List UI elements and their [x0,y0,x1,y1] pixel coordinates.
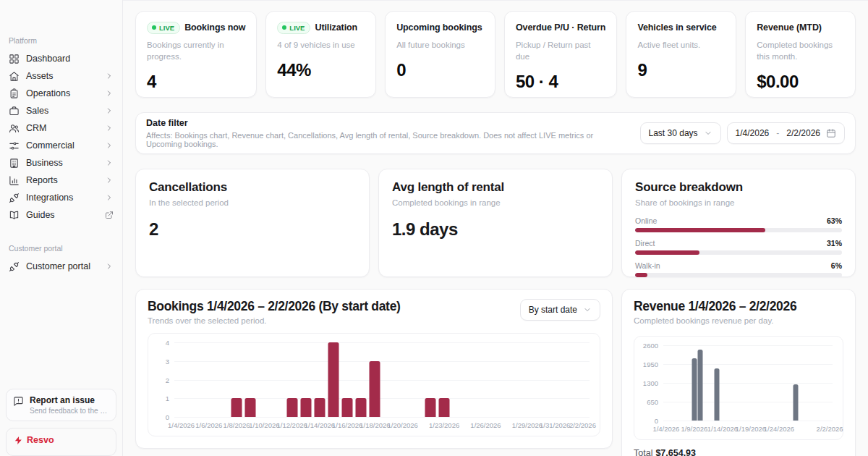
x-axis-tick-label: 1/10/2026 [249,421,279,429]
clipboard-icon [9,88,20,99]
sidebar: Platform DashboardAssetsOperationsSalesC… [0,0,123,456]
gridline [174,342,590,343]
stat-card-value: $0.00 [757,72,844,92]
gridline [663,364,833,365]
sidebar-item-dashboard[interactable]: Dashboard [6,50,116,67]
stat-card-value: 50 · 4 [516,72,605,92]
bookings-bar-chart: 012341/4/20261/6/20261/8/20261/10/20261/… [148,333,600,436]
source-breakdown-rows: Online63%Direct31%Walk-in6% [635,216,842,277]
gridline [174,361,590,362]
chart-bar [439,398,450,417]
sidebar-item-commercial[interactable]: Commercial [6,137,116,154]
y-axis-tick-label: 2600 [637,342,658,350]
sidebar-item-operations[interactable]: Operations [6,85,116,102]
date-filter-title: Date filter [146,118,631,128]
y-axis-tick-label: 0 [637,417,658,425]
y-axis-tick-label: 1 [148,394,169,402]
stat-card-title: Bookings now [184,22,245,33]
main-area: Dashboard LIVEBookings nowBookings curre… [123,0,868,456]
stat-card-title: Revenue (MTD) [757,22,822,33]
card-description: Share of bookings in range [635,198,842,207]
card-title: Source breakdown [635,180,842,195]
sidebar-item-label: Business [26,158,63,168]
date-range-separator: - [775,128,780,138]
x-axis-tick-label: 1/9/2026 [681,425,707,433]
chart-subtitle: Completed bookings revenue per day. [634,316,843,325]
card-value: 2 [149,219,356,240]
report-issue-subtitle: Send feedback to the Resvo... [30,407,111,415]
sidebar-footer: Report an issue Send feedback to the Res… [6,389,116,456]
stat-card-title: Vehicles in service [637,22,716,33]
source-row-walk-in: Walk-in6% [635,261,842,277]
chevron-down-icon [583,305,592,314]
sidebar-item-guides[interactable]: Guides [6,206,116,224]
revenue-total-value: $7,654.93 [655,448,696,456]
sidebar-section-platform: Platform DashboardAssetsOperationsSalesC… [6,36,116,224]
sidebar-item-sales[interactable]: Sales [6,102,116,119]
sidebar-item-assets[interactable]: Assets [6,67,116,85]
sidebar-item-label: Commercial [26,140,75,151]
chevron-right-icon [105,106,114,115]
brand-footer[interactable]: Resvo [6,428,116,456]
date-range-end: 2/2/2026 [786,128,820,138]
bookings-chart-card: Bookings 1/4/2026 – 2/2/2026 (By start d… [135,289,613,449]
calendar-icon [826,128,836,138]
gridline [663,383,833,384]
chart-title: Revenue 1/4/2026 – 2/2/2026 [634,299,843,314]
stat-card-title: Upcoming bookings [396,22,482,33]
source-breakdown-card: Source breakdown Share of bookings in ra… [621,169,856,277]
building-icon [9,158,20,169]
bookings-groupby-select[interactable]: By start date [520,299,600,321]
source-percent: 6% [831,261,842,270]
x-axis-tick-label: 1/24/2026 [764,425,794,433]
chevron-right-icon [105,159,114,167]
y-axis-tick-label: 3 [148,358,169,366]
source-label: Walk-in [635,261,660,270]
stat-card-description: Active fleet units. [637,39,725,51]
chart-bar [328,342,339,417]
metric-card-row: Cancellations In the selected period 2 A… [135,169,856,277]
stat-card-description: 4 of 9 vehicles in use [277,39,365,51]
chart-bar [356,398,367,417]
sidebar-section-customer-portal: Customer portal Customer portal [6,244,116,275]
date-filter-controls: Last 30 days 1/4/2026 - 2/2/2026 [640,122,845,144]
chart-icon [9,175,20,186]
x-axis-tick-label: 1/19/2026 [736,425,766,433]
sidebar-item-label: Sales [26,106,48,116]
chart-bar [692,358,697,421]
book-icon [9,210,20,221]
card-description: In the selected period [149,198,356,207]
message-alert-icon [13,396,24,410]
y-axis-tick-label: 4 [148,339,169,347]
date-preset-value: Last 30 days [649,128,698,138]
gridline [174,380,590,381]
date-range-start: 1/4/2026 [736,128,770,138]
y-axis-tick-label: 1300 [637,379,658,387]
revenue-total-label: Total [634,448,652,456]
y-axis-tick-label: 2 [148,376,169,384]
x-axis-tick-label: 1/12/2026 [276,421,307,429]
sidebar-item-integrations[interactable]: Integrations [6,189,116,206]
x-axis-tick-label: 1/23/2026 [429,421,459,429]
x-axis-tick-label: 1/18/2026 [359,421,390,429]
gridline [174,417,590,418]
groupby-value: By start date [529,305,577,315]
stat-card-bookings-now: LIVEBookings nowBookings currently in pr… [135,11,257,98]
sidebar-item-reports[interactable]: Reports [6,172,116,189]
report-issue-button[interactable]: Report an issue Send feedback to the Res… [6,389,116,421]
date-preset-select[interactable]: Last 30 days [640,122,721,144]
date-range-input[interactable]: 1/4/2026 - 2/2/2026 [727,122,845,144]
stat-card-upcoming-bookings: Upcoming bookingsAll future bookings0 [385,11,495,98]
charts-row: Bookings 1/4/2026 – 2/2/2026 (By start d… [135,289,856,456]
plug-icon [9,261,20,272]
sidebar-item-label: Customer portal [26,261,90,271]
plug-icon [9,193,20,203]
sidebar-item-business[interactable]: Business [6,154,116,172]
sidebar-section-label: Customer portal [6,244,116,253]
dashboard-content: LIVEBookings nowBookings currently in pr… [123,1,868,456]
sidebar-item-label: Guides [26,210,55,220]
x-axis-tick-label: 1/29/2026 [512,421,542,429]
sidebar-item-customer-portal[interactable]: Customer portal [6,258,116,275]
sidebar-item-crm[interactable]: CRM [6,119,116,137]
chevron-down-icon [704,129,712,138]
